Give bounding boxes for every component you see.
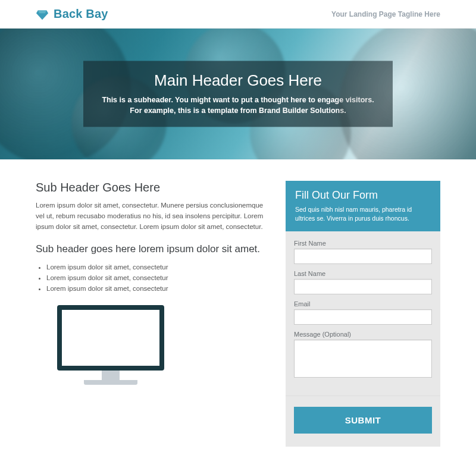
form-header: Fill Out Our Form Sed quis nibh nisl nam…	[286, 181, 440, 231]
first-name-input[interactable]	[294, 249, 432, 264]
brand[interactable]: Back Bay	[36, 7, 108, 21]
list-item: Lorem ipsum dolor sit amet, consectetur	[46, 274, 268, 281]
hero-title: Main Header Goes Here	[96, 71, 380, 90]
main-content: Sub Header Goes Here Lorem ipsum dolor s…	[0, 159, 476, 474]
email-label: Email	[294, 300, 432, 307]
diamond-icon	[36, 8, 49, 21]
hero: Main Header Goes Here This is a subheade…	[0, 29, 476, 159]
last-name-input[interactable]	[294, 279, 432, 294]
bullet-list: Lorem ipsum dolor sit amet, consectetur …	[36, 263, 268, 292]
brand-name: Back Bay	[54, 7, 108, 21]
content-column: Sub Header Goes Here Lorem ipsum dolor s…	[36, 181, 268, 447]
form-description: Sed quis nibh nisl nam mauris, pharetra …	[295, 205, 431, 223]
list-item: Lorem ipsum dolor sit amet, consectetur	[46, 263, 268, 271]
message-textarea[interactable]	[294, 340, 432, 378]
paragraph-1: Lorem ipsum dolor sit amet, consectetur.…	[36, 200, 268, 232]
hero-box: Main Header Goes Here This is a subheade…	[83, 61, 393, 127]
hero-subtitle: This is a subheader. You might want to p…	[96, 95, 380, 116]
form-title: Fill Out Our Form	[295, 189, 431, 202]
email-input[interactable]	[294, 309, 432, 325]
message-label: Message (Optional)	[294, 331, 432, 338]
list-item: Lorem ipsum dolor sit amet, consectetur	[46, 285, 268, 292]
tagline-text: Your Landing Page Tagline Here	[331, 10, 440, 18]
subheader-2: Sub header goes here lorem ipsum dolor s…	[36, 243, 268, 256]
form-card: Fill Out Our Form Sed quis nibh nisl nam…	[286, 181, 440, 447]
submit-button[interactable]: SUBMIT	[294, 407, 432, 434]
top-bar: Back Bay Your Landing Page Tagline Here	[0, 0, 476, 29]
monitor-screen-icon	[57, 305, 164, 371]
last-name-label: Last Name	[294, 270, 432, 277]
first-name-label: First Name	[294, 240, 432, 247]
subheader-1: Sub Header Goes Here	[36, 181, 268, 194]
monitor-illustration	[57, 305, 164, 385]
